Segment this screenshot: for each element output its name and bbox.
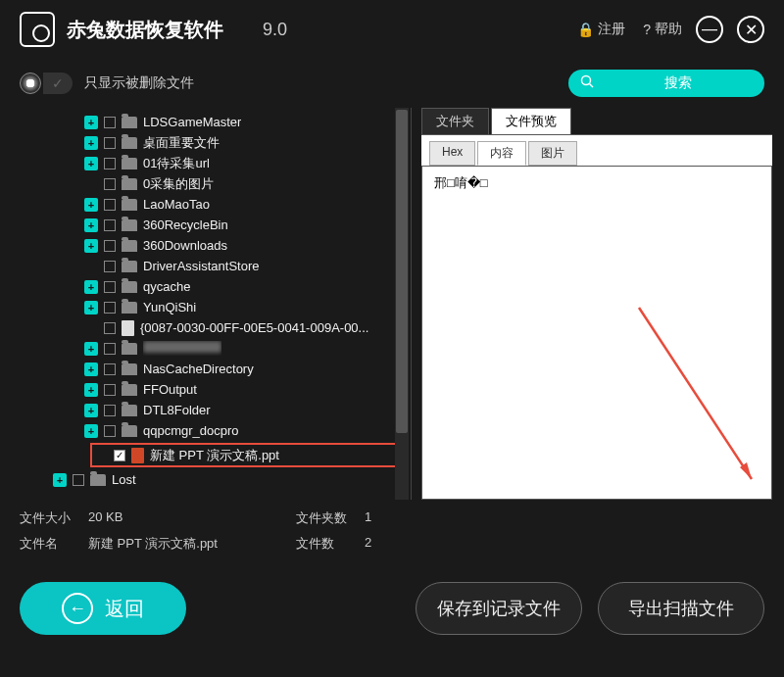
tree-item[interactable]: {0087-0030-00FF-00E5-0041-009A-00... <box>12 317 411 338</box>
expand-icon[interactable]: + <box>84 363 98 376</box>
tree-item[interactable]: +NasCacheDirectory <box>12 359 411 379</box>
toggle-check-icon: ✓ <box>43 73 73 94</box>
tree-item[interactable]: +LDSGameMaster <box>12 112 411 132</box>
svg-line-2 <box>639 308 752 479</box>
tab-folder[interactable]: 文件夹 <box>421 108 489 134</box>
tree-item[interactable]: +YunQiShi <box>12 297 411 317</box>
checkbox[interactable] <box>104 199 116 211</box>
tree-list: +LDSGameMaster+桌面重要文件+01待采集url0采集的图片+Lao… <box>12 108 411 494</box>
tab-file-preview[interactable]: 文件预览 <box>491 108 571 134</box>
expand-icon[interactable]: + <box>84 342 98 356</box>
info-bar: 文件大小 20 KB 文件名 新建 PPT 演示文稿.ppt 文件夹数 1 文件… <box>0 500 784 562</box>
help-button[interactable]: ? 帮助 <box>643 21 682 38</box>
tree-item-label: LDSGameMaster <box>143 115 241 129</box>
tree-item[interactable]: +DTL8Folder <box>12 400 411 420</box>
expand-icon[interactable]: + <box>84 404 98 417</box>
help-icon: ? <box>643 22 651 37</box>
folder-icon <box>90 474 106 486</box>
tree-item[interactable]: +qqpcmgr_docpro <box>12 420 411 441</box>
preview-text: 邢□唷�□ <box>434 175 488 190</box>
sub-tab-hex[interactable]: Hex <box>429 141 475 166</box>
tree-item[interactable]: +Lost <box>12 469 411 490</box>
tree-item[interactable]: +FFOutput <box>12 379 411 400</box>
tree-item-label: 0采集的图片 <box>143 175 214 193</box>
tree-item-label: qycache <box>143 279 190 294</box>
checkbox[interactable] <box>73 474 84 486</box>
checkbox[interactable] <box>104 363 116 375</box>
scrollbar-thumb[interactable] <box>396 110 408 433</box>
save-log-button[interactable]: 保存到记录文件 <box>416 582 582 635</box>
checkbox[interactable] <box>104 405 116 416</box>
tree-item[interactable]: + <box>12 338 411 359</box>
expand-icon[interactable]: + <box>84 383 98 397</box>
toolbar: ✓ 只显示被删除文件 搜索 <box>0 59 784 108</box>
expand-icon[interactable]: + <box>84 136 98 150</box>
expand-icon[interactable]: + <box>84 301 98 314</box>
checkbox[interactable] <box>104 384 116 396</box>
vertical-scrollbar[interactable] <box>395 108 409 500</box>
tree-item-label: YunQiShi <box>143 300 196 314</box>
expand-icon[interactable]: + <box>84 239 98 253</box>
size-value: 20 KB <box>88 509 122 527</box>
checkbox[interactable] <box>104 281 116 293</box>
tree-item[interactable]: +01待采集url <box>12 153 411 173</box>
sub-tab-image[interactable]: 图片 <box>528 141 577 166</box>
folder-icon <box>122 199 137 211</box>
register-button[interactable]: 🔒 注册 <box>577 21 625 38</box>
preview-panel: 文件夹 文件预览 Hex 内容 图片 邢□唷�□ <box>421 108 772 500</box>
tree-item[interactable]: +360Downloads <box>12 235 411 256</box>
expand-icon[interactable]: + <box>84 198 98 212</box>
search-box[interactable]: 搜索 <box>568 70 764 97</box>
close-button[interactable]: ✕ <box>737 16 764 43</box>
checkbox[interactable] <box>104 343 116 355</box>
checkbox[interactable] <box>104 219 116 231</box>
back-label: 返回 <box>105 596 144 622</box>
disc-toggle[interactable]: ✓ <box>20 73 73 94</box>
tree-item-label: DTL8Folder <box>143 403 211 417</box>
checkbox[interactable] <box>104 117 116 128</box>
tree-item[interactable]: +360RecycleBin <box>12 215 411 235</box>
tree-item-label: 桌面重要文件 <box>143 134 220 152</box>
preview-tabs: 文件夹 文件预览 <box>421 108 772 135</box>
export-button[interactable]: 导出扫描文件 <box>598 582 764 635</box>
checkbox[interactable] <box>104 158 116 169</box>
checkbox[interactable] <box>104 425 116 437</box>
tree-item[interactable]: DriverAssistantStore <box>12 256 411 276</box>
folder-icon <box>122 363 137 375</box>
svg-point-0 <box>582 76 591 85</box>
tree-item-label: LaoMaoTao <box>143 197 210 212</box>
expand-icon[interactable]: + <box>84 280 98 294</box>
help-label: 帮助 <box>655 21 682 38</box>
back-button[interactable]: ← 返回 <box>20 582 186 635</box>
preview-sub-tabs: Hex 内容 图片 <box>421 135 772 166</box>
tree-item[interactable]: +qycache <box>12 276 411 297</box>
ppt-file-icon <box>131 448 144 463</box>
checkbox[interactable] <box>104 322 116 334</box>
tree-item[interactable]: 0采集的图片 <box>12 173 411 194</box>
checkbox[interactable] <box>104 240 116 252</box>
checkbox[interactable] <box>104 261 116 272</box>
file-icon <box>122 320 134 336</box>
folder-icon <box>122 405 137 416</box>
checkbox[interactable] <box>104 137 116 149</box>
search-icon <box>580 74 595 92</box>
checkbox[interactable] <box>104 178 116 190</box>
folder-icon <box>122 343 137 355</box>
app-title: 赤兔数据恢复软件 <box>67 17 223 43</box>
sub-tab-content[interactable]: 内容 <box>477 141 526 166</box>
bottom-bar: ← 返回 保存到记录文件 导出扫描文件 <box>0 562 784 654</box>
folder-icon <box>122 240 137 252</box>
checkbox[interactable] <box>104 302 116 314</box>
expand-icon[interactable]: + <box>53 473 67 487</box>
expand-icon[interactable]: + <box>84 218 98 232</box>
expand-icon[interactable]: + <box>84 424 98 438</box>
minimize-button[interactable]: — <box>696 16 723 43</box>
checkbox[interactable]: ✓ <box>114 450 125 461</box>
name-value: 新建 PPT 演示文稿.ppt <box>88 535 218 553</box>
expand-icon[interactable]: + <box>84 157 98 170</box>
tree-item[interactable]: ✓新建 PPT 演示文稿.ppt <box>94 445 279 465</box>
tree-item[interactable]: +LaoMaoTao <box>12 194 411 215</box>
tree-item[interactable]: +桌面重要文件 <box>12 132 411 153</box>
tree-item-label: qqpcmgr_docpro <box>143 423 239 438</box>
expand-icon[interactable]: + <box>84 116 98 129</box>
